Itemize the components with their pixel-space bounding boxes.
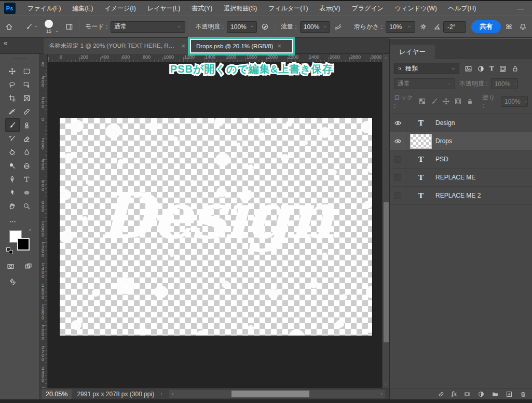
- close-icon[interactable]: ×: [277, 42, 281, 50]
- frame-tool[interactable]: [20, 91, 34, 105]
- layer-visibility-toggle[interactable]: [390, 114, 406, 132]
- default-colors-icon[interactable]: [6, 247, 13, 254]
- background-color-swatch[interactable]: [17, 238, 30, 251]
- shape-tool[interactable]: [20, 186, 34, 199]
- layers-panel-tab[interactable]: レイヤー: [390, 45, 435, 59]
- window-minimize-button[interactable]: —: [509, 5, 532, 12]
- menu-item-1[interactable]: 編集(E): [66, 1, 99, 16]
- layer-row-replace-me-2[interactable]: TREPLACE ME 2: [390, 187, 532, 205]
- vertical-scrollbar[interactable]: [382, 54, 389, 388]
- layer-fill-field[interactable]: 100%: [501, 96, 528, 107]
- rotate-view-button[interactable]: [5, 276, 34, 287]
- quick-mask-button[interactable]: [3, 259, 19, 273]
- firefly-button[interactable]: [503, 21, 515, 33]
- gradient-tool[interactable]: [5, 145, 20, 159]
- canvas[interactable]: Design: [60, 118, 372, 336]
- layer-filter-select[interactable]: 種類: [394, 63, 459, 74]
- move-tool[interactable]: [5, 64, 20, 78]
- sponge-tool[interactable]: [20, 159, 34, 172]
- filter-shape-layers-icon[interactable]: [499, 65, 507, 73]
- scroll-down-icon[interactable]: [384, 382, 388, 386]
- menu-item-2[interactable]: イメージ(I): [99, 1, 141, 16]
- type-tool[interactable]: [20, 172, 34, 186]
- layer-thumbnail[interactable]: T: [406, 191, 435, 200]
- smoothing-options-button[interactable]: [417, 21, 429, 33]
- lock-artboard-icon[interactable]: [454, 98, 462, 105]
- brush-preset-picker[interactable]: 15: [43, 19, 61, 35]
- pen-tool[interactable]: [5, 172, 20, 186]
- layer-row-design[interactable]: TDesign: [390, 114, 532, 132]
- link-layers-icon[interactable]: [438, 391, 445, 398]
- zoom-tool[interactable]: [20, 199, 34, 213]
- status-options-icon[interactable]: [159, 392, 164, 396]
- home-button[interactable]: [3, 21, 15, 33]
- menu-item-3[interactable]: レイヤー(L): [142, 1, 186, 16]
- history-brush-tool[interactable]: [5, 132, 20, 145]
- ruler-corner[interactable]: [39, 54, 48, 62]
- layer-visibility-toggle[interactable]: [390, 150, 406, 168]
- menu-item-8[interactable]: プラグイン: [346, 1, 389, 16]
- adjustment-layer-icon[interactable]: [478, 391, 485, 398]
- lock-transparency-icon[interactable]: [418, 98, 426, 105]
- crop-tool[interactable]: [5, 91, 20, 105]
- healing-brush-tool[interactable]: [20, 105, 34, 118]
- new-group-icon[interactable]: [492, 391, 499, 398]
- layer-thumbnail[interactable]: [406, 134, 435, 149]
- notifications-button[interactable]: [517, 21, 529, 33]
- filter-type-layers-icon[interactable]: T: [489, 64, 494, 73]
- layer-thumbnail[interactable]: T: [406, 155, 435, 164]
- horizontal-scroll-thumb[interactable]: [231, 391, 309, 397]
- brush-tool[interactable]: [5, 118, 20, 132]
- layer-row-drops[interactable]: Drops: [390, 132, 532, 150]
- horizontal-scrollbar[interactable]: [169, 390, 385, 398]
- vertical-scroll-thumb[interactable]: [384, 202, 389, 342]
- flow-select[interactable]: 100%: [300, 21, 330, 33]
- menu-item-5[interactable]: 選択範囲(S): [218, 1, 263, 16]
- scroll-right-icon[interactable]: [379, 392, 384, 396]
- airbrush-toggle[interactable]: [332, 21, 344, 33]
- lock-position-icon[interactable]: [442, 98, 450, 105]
- brush-settings-panel-toggle[interactable]: [63, 21, 75, 33]
- menu-item-7[interactable]: 表示(V): [314, 1, 346, 16]
- lasso-tool[interactable]: [5, 78, 20, 91]
- lock-all-icon[interactable]: [466, 98, 474, 105]
- smoothing-select[interactable]: 10%: [386, 21, 415, 33]
- layer-row-psd[interactable]: TPSD: [390, 150, 532, 169]
- hand-tool[interactable]: [5, 199, 20, 213]
- toolbar-collapse-button[interactable]: «: [4, 39, 7, 47]
- brush-angle-input[interactable]: -2°: [443, 21, 466, 33]
- document-tab-drops[interactable]: Drops.psb @ 20.1% (RGB/8) ×: [191, 38, 292, 54]
- layer-row-replace-me[interactable]: TREPLACE ME: [390, 169, 532, 187]
- marquee-tool[interactable]: [20, 64, 34, 78]
- menu-item-9[interactable]: ウィンドウ(W): [389, 1, 443, 16]
- screen-mode-button[interactable]: [21, 259, 36, 273]
- scroll-up-icon[interactable]: [384, 55, 388, 60]
- eraser-tool[interactable]: [20, 132, 34, 145]
- eyedropper-tool[interactable]: [5, 105, 20, 118]
- opacity-select[interactable]: 100%: [227, 21, 257, 33]
- share-button[interactable]: 共有: [471, 20, 501, 33]
- pressure-opacity-toggle[interactable]: [259, 21, 271, 33]
- tool-preset-picker[interactable]: [23, 21, 40, 33]
- filter-pixel-layers-icon[interactable]: [465, 65, 472, 73]
- layer-thumbnail[interactable]: T: [406, 173, 435, 182]
- edit-toolbar-button[interactable]: [5, 216, 34, 227]
- lock-paint-icon[interactable]: [430, 98, 438, 105]
- layer-thumbnail[interactable]: T: [406, 119, 435, 128]
- menu-item-10[interactable]: ヘルプ(H): [443, 1, 482, 16]
- toolbar-grip[interactable]: [12, 57, 27, 60]
- document-tab-untitled[interactable]: 名称未設定 1 @ 20% (YOUR TEXT HERE, RGB/8) * …: [44, 38, 191, 54]
- layer-visibility-toggle[interactable]: [390, 169, 406, 186]
- dodge-tool[interactable]: [5, 159, 20, 172]
- object-selection-tool[interactable]: [20, 78, 34, 91]
- delete-layer-icon[interactable]: [520, 391, 527, 398]
- menu-item-4[interactable]: 書式(Y): [186, 1, 218, 16]
- layer-visibility-toggle[interactable]: [390, 132, 406, 150]
- path-selection-tool[interactable]: [5, 186, 20, 199]
- scroll-left-icon[interactable]: [170, 392, 175, 396]
- layer-blend-mode-select[interactable]: 通常: [394, 78, 455, 89]
- add-mask-icon[interactable]: [463, 391, 471, 398]
- swap-colors-icon[interactable]: [28, 229, 33, 233]
- layer-style-icon[interactable]: fx: [452, 390, 457, 398]
- menu-item-0[interactable]: ファイル(F): [22, 1, 66, 16]
